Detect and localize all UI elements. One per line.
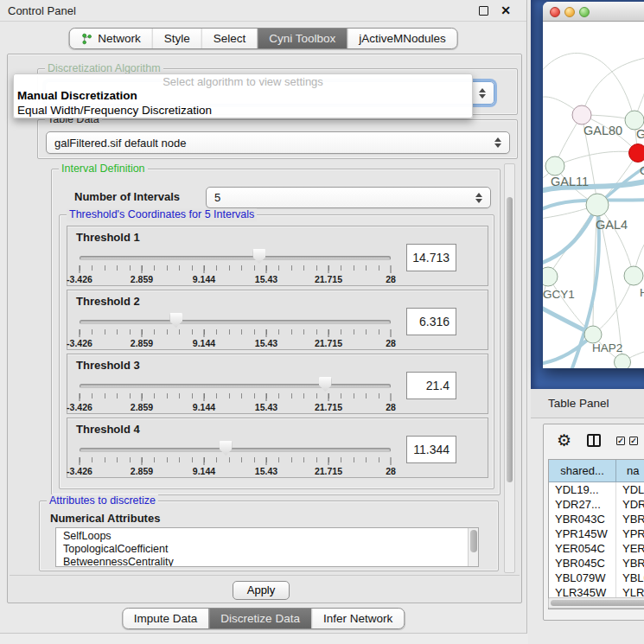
- table-header-row: shared... na: [549, 460, 644, 482]
- node-h[interactable]: [624, 266, 643, 285]
- tick-labels: -3.426 2.859 9.144 15.43 21.715 28: [80, 274, 391, 284]
- number-of-intervals-combo[interactable]: 5: [206, 187, 491, 208]
- tab-select[interactable]: Select: [201, 29, 258, 48]
- table-row[interactable]: YPR145WYPR1: [549, 526, 644, 541]
- tick-label: 9.144: [193, 274, 215, 284]
- tab-style[interactable]: Style: [152, 29, 201, 48]
- tick-label: 28: [386, 274, 396, 284]
- table-data-combo[interactable]: galFiltered.sif default node: [46, 131, 510, 154]
- bottom-tabbar: Impute Data Discretize Data Infer Networ…: [122, 608, 405, 629]
- slider-track[interactable]: [80, 256, 391, 260]
- tab-impute-data[interactable]: Impute Data: [123, 609, 209, 628]
- zoom-traffic-light[interactable]: [579, 7, 590, 17]
- divider: [10, 575, 520, 576]
- scrollbar-thumb[interactable]: [551, 600, 644, 606]
- tick-label: 2.859: [131, 402, 153, 412]
- column-header-name[interactable]: na: [616, 460, 644, 481]
- node-gcy1[interactable]: [543, 267, 558, 286]
- dropdown-option-equal-width-frequency[interactable]: Equal Width/Frequency Discretization: [14, 103, 472, 118]
- close-traffic-light[interactable]: [550, 7, 560, 17]
- threshold-1-value-field[interactable]: 14.713: [406, 244, 456, 271]
- tick-labels: -3.426 2.859 9.144 15.43 21.715 28: [80, 338, 391, 348]
- number-of-intervals-label: Number of Intervals: [74, 190, 180, 203]
- slider-thumb[interactable]: [220, 441, 233, 456]
- column-header-shared-name[interactable]: shared...: [549, 460, 616, 481]
- table-panel-title: Table Panel: [548, 397, 609, 410]
- node-selected-red[interactable]: [629, 144, 644, 163]
- tick-label: 2.859: [131, 466, 153, 476]
- network-window-titlebar[interactable]: [543, 2, 644, 22]
- table-row[interactable]: YDL19...YDL1: [549, 482, 644, 497]
- tick-label: 21.715: [315, 338, 342, 348]
- threshold-4-value-field[interactable]: 11.344: [406, 436, 456, 463]
- minimize-traffic-light[interactable]: [564, 7, 575, 17]
- tick-label: 21.715: [315, 402, 342, 412]
- tick-label: 9.144: [193, 466, 215, 476]
- slider-ticks: [80, 393, 391, 399]
- scrollbar-thumb[interactable]: [470, 530, 477, 552]
- node-hap2[interactable]: [584, 326, 602, 343]
- node-label-gal11: GAL11: [551, 175, 589, 188]
- checkbox-icon[interactable]: ✓: [616, 437, 625, 445]
- list-item-betweennesscentrality[interactable]: BetweennessCentrality: [63, 556, 478, 567]
- tab-jactivemnodules[interactable]: jActiveMNodules: [347, 29, 457, 48]
- node-gal80[interactable]: [572, 105, 591, 124]
- node-gal11[interactable]: [545, 156, 564, 175]
- slider-track[interactable]: [80, 384, 391, 388]
- table-row[interactable]: YDR27...YDR2: [549, 497, 644, 512]
- table-row[interactable]: YBR043CYBR0: [549, 512, 644, 526]
- threshold-3-slider[interactable]: -3.426 2.859 9.144 15.43 21.715 28: [80, 377, 391, 413]
- tick-labels: -3.426 2.859 9.144 15.43 21.715 28: [80, 466, 391, 476]
- thresholds-group-label: Threshold's Coordinates for 5 Intervals: [67, 208, 257, 221]
- node-bottom[interactable]: [615, 354, 631, 369]
- gear-icon[interactable]: ⚙: [557, 430, 571, 450]
- checkbox-icon[interactable]: ✓: [629, 437, 638, 445]
- tick-label: -3.426: [67, 402, 92, 412]
- tab-network[interactable]: Network: [69, 29, 152, 48]
- node-gal4[interactable]: [586, 194, 609, 216]
- network-canvas[interactable]: GAL80 GA C GAL11 GAL4 GCY1 H HAP2: [543, 22, 644, 368]
- table-row[interactable]: YBR045CYBR0: [549, 556, 644, 571]
- slider-thumb[interactable]: [169, 313, 182, 328]
- node-label-hap2: HAP2: [592, 341, 622, 354]
- tab-infer-network[interactable]: Infer Network: [311, 609, 404, 628]
- threshold-2-value-field[interactable]: 6.316: [406, 308, 456, 335]
- numerical-attributes-label: Numerical Attributes: [50, 512, 160, 525]
- columns-icon[interactable]: [587, 434, 601, 447]
- apply-button[interactable]: Apply: [233, 581, 290, 600]
- float-window-icon[interactable]: [479, 6, 488, 16]
- node-label-partial-h: H: [640, 286, 644, 299]
- table-row[interactable]: YER054CYER0: [549, 541, 644, 556]
- slider-track[interactable]: [80, 320, 391, 324]
- list-item-topologicalcoefficient[interactable]: TopologicalCoefficient: [63, 543, 478, 556]
- threshold-4-slider[interactable]: -3.426 2.859 9.144 15.43 21.715 28: [80, 441, 391, 477]
- table-row[interactable]: YBL079WYBL0: [549, 571, 644, 585]
- list-scrollbar[interactable]: [468, 528, 478, 566]
- tick-label: 15.43: [255, 338, 277, 348]
- attributes-group-label: Attributes to discretize: [47, 494, 158, 507]
- algorithm-placeholder: Select algorithm to view settings: [14, 74, 472, 88]
- threshold-1-slider[interactable]: -3.426 2.859 9.144 15.43 21.715 28: [80, 249, 391, 285]
- threshold-3-value-field[interactable]: 21.4: [406, 372, 456, 399]
- scrollbar-thumb[interactable]: [507, 197, 513, 482]
- tick-label: 28: [386, 466, 396, 476]
- threshold-4-label: Threshold 4: [76, 423, 140, 436]
- tab-discretize-data[interactable]: Discretize Data: [208, 609, 311, 628]
- tick-label: 15.43: [255, 274, 277, 284]
- network-window: GAL80 GA C GAL11 GAL4 GCY1 H HAP2: [543, 2, 644, 368]
- slider-track[interactable]: [80, 448, 391, 452]
- list-item-selfloops[interactable]: SelfLoops: [63, 530, 478, 543]
- slider-thumb[interactable]: [319, 377, 332, 392]
- table-horizontal-scrollbar[interactable]: [548, 597, 644, 609]
- table-panel-toolbar: ⚙ ✓ ✓: [544, 431, 644, 454]
- tick-labels: -3.426 2.859 9.144 15.43 21.715 28: [80, 402, 391, 412]
- slider-thumb[interactable]: [252, 249, 265, 264]
- dropdown-option-manual-discretization[interactable]: Manual Discretization: [14, 88, 472, 103]
- desktop-area: GAL80 GA C GAL11 GAL4 GCY1 H HAP2 Table …: [528, 0, 644, 644]
- tick-label: 15.43: [255, 402, 277, 412]
- panel-scrollbar[interactable]: [504, 163, 515, 573]
- threshold-2-slider[interactable]: -3.426 2.859 9.144 15.43 21.715 28: [80, 313, 391, 349]
- tick-label: -3.426: [67, 338, 92, 348]
- close-icon[interactable]: ✕: [501, 3, 511, 17]
- tab-cyni-toolbox[interactable]: Cyni Toolbox: [257, 29, 347, 48]
